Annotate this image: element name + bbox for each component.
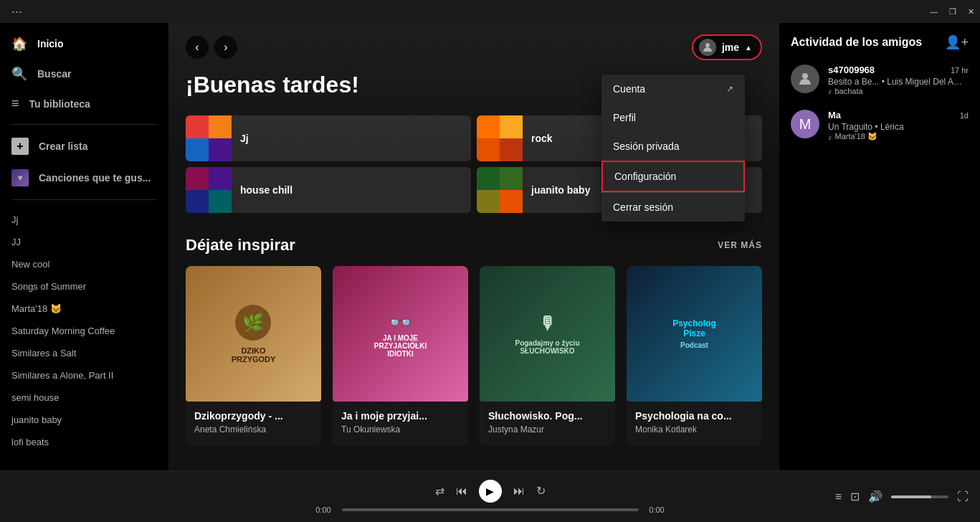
- fullscreen-button[interactable]: ⛶: [957, 490, 969, 503]
- svg-point-0: [705, 43, 710, 47]
- progress-bar[interactable]: [342, 508, 639, 511]
- dropdown-cuenta[interactable]: Cuenta ↗: [601, 75, 745, 103]
- sidebar-item-inicio[interactable]: 🏠 Inicio: [0, 29, 168, 59]
- user-menu-button[interactable]: jme ▲: [692, 34, 762, 60]
- friend-avatar-ma: M: [791, 110, 819, 138]
- friend-avatar-s47009968: [791, 65, 819, 93]
- sidebar-item-buscar[interactable]: 🔍 Buscar: [0, 59, 168, 89]
- inspire-grid: 🌿 DZIKOPRZYGODY Dzikoprzygody - ... Anet…: [186, 266, 762, 446]
- current-time: 0:00: [311, 506, 336, 514]
- dziko-thumbnail: 🌿 DZIKOPRZYGODY: [186, 266, 321, 402]
- playlist-item-1[interactable]: JJ: [0, 231, 168, 253]
- inspire-title: Déjate inspirar: [186, 236, 295, 255]
- volume-slider[interactable]: [891, 495, 948, 498]
- quick-pick-house-chill[interactable]: house chill ▶: [186, 167, 471, 213]
- liked-label: Canciones que te gus...: [39, 172, 151, 184]
- inspire-card-jamoje[interactable]: 👓 JA I MOJEPRZYJACIÓŁKIIDIOTKI Ja i moje…: [333, 266, 468, 446]
- jj-label: Jj: [232, 133, 257, 144]
- playlist-item-5[interactable]: Saturday Morning Coffee: [0, 320, 168, 342]
- dropdown-configuracion[interactable]: Configuración: [601, 161, 745, 192]
- search-icon: 🔍: [11, 66, 27, 82]
- playlist-item-7[interactable]: Similares a Alone, Part II: [0, 364, 168, 386]
- player-right: ≡ ⊡ 🔊 ⛶: [768, 490, 969, 503]
- devices-button[interactable]: ⊡: [850, 490, 860, 503]
- user-avatar: [699, 39, 716, 56]
- jamoje-subtitle: Tu Okuniewska: [333, 424, 468, 435]
- playlist-item-6[interactable]: Similares a Salt: [0, 342, 168, 364]
- maximize-button[interactable]: ❐: [949, 7, 956, 16]
- title-bar: ··· — ❐ ✕: [0, 0, 980, 23]
- dropdown-cerrar-sesion[interactable]: Cerrar sesión: [601, 193, 745, 222]
- back-button[interactable]: ‹: [186, 36, 209, 59]
- friend-name-row: s47009968 17 hr: [828, 65, 969, 75]
- playlist-item-3[interactable]: Songs of Summer: [0, 275, 168, 298]
- music-note-icon: ♪: [828, 87, 832, 95]
- perfil-label: Perfil: [613, 112, 636, 123]
- rock-label: rock: [523, 133, 561, 144]
- rock-thumbnail: [477, 115, 523, 161]
- minimize-button[interactable]: —: [930, 7, 938, 16]
- friend-item-s47009968: s47009968 17 hr Besito a Be... • Luis Mi…: [791, 65, 969, 95]
- progress-bar-container: 0:00 0:00: [311, 506, 670, 514]
- sidebar-item-biblioteca[interactable]: ≡ Tu biblioteca: [0, 89, 168, 118]
- psycholog-thumbnail: PsychologPisze Podcast: [627, 266, 762, 402]
- dropdown-perfil[interactable]: Perfil: [601, 103, 745, 132]
- friend-genre-ma: ♪ Marta'18 🐱: [828, 132, 969, 141]
- quick-pick-jj[interactable]: Jj ▶: [186, 115, 471, 161]
- close-button[interactable]: ✕: [968, 7, 974, 16]
- sesion-privada-label: Sesión privada: [613, 141, 680, 152]
- home-icon: 🏠: [11, 36, 27, 52]
- friend-item-ma: M Ma 1d Un Traguito • Lérica ♪ Marta'18 …: [791, 110, 969, 141]
- juanito-thumbnail: [477, 167, 523, 213]
- prev-button[interactable]: ⏮: [456, 485, 467, 498]
- sidebar-label-inicio: Inicio: [37, 38, 64, 49]
- dropdown-sesion-privada[interactable]: Sesión privada: [601, 132, 745, 161]
- sidebar: 🏠 Inicio 🔍 Buscar ≡ Tu biblioteca + Crea…: [0, 23, 168, 470]
- sidebar-liked-songs[interactable]: ♥ Canciones que te gus...: [0, 162, 168, 194]
- playlist-item-2[interactable]: New cool: [0, 253, 168, 275]
- volume-button[interactable]: 🔊: [868, 490, 883, 503]
- playlist-list: Jj JJ New cool Songs of Summer Marta'18 …: [0, 206, 168, 456]
- friend-track-ma: Un Traguito • Lérica: [828, 122, 969, 132]
- playlist-item-10[interactable]: lofi beats: [0, 431, 168, 453]
- forward-button[interactable]: ›: [214, 36, 237, 59]
- dziko-subtitle: Aneta Chmielińska: [186, 424, 321, 435]
- playlist-item-8[interactable]: semi house: [0, 386, 168, 409]
- inspire-card-dziko[interactable]: 🌿 DZIKOPRZYGODY Dzikoprzygody - ... Anet…: [186, 266, 321, 446]
- play-pause-button[interactable]: ▶: [479, 480, 502, 503]
- see-more-button[interactable]: VER MÁS: [718, 240, 762, 250]
- nav-arrows: ‹ ›: [186, 36, 237, 59]
- cerrar-sesion-label: Cerrar sesión: [613, 201, 673, 213]
- sidebar-create-playlist[interactable]: + Crear lista: [0, 130, 168, 162]
- house-chill-label: house chill: [232, 184, 301, 196]
- inspire-card-psycholog[interactable]: PsychologPisze Podcast Psychologia na co…: [627, 266, 762, 446]
- total-time: 0:00: [644, 506, 670, 514]
- friend-info-ma: Ma 1d Un Traguito • Lérica ♪ Marta'18 🐱: [828, 110, 969, 141]
- friend-ma-name-row: Ma 1d: [828, 110, 969, 120]
- sidebar-label-biblioteca: Tu biblioteca: [29, 98, 90, 110]
- repeat-button[interactable]: ↻: [536, 484, 546, 498]
- username-label: jme: [722, 42, 739, 53]
- house-thumbnail: [186, 167, 232, 213]
- inspire-card-sluchowisko[interactable]: 🎙 Pogadajmy o życiuSŁUCHOWISKO Słuchowis…: [480, 266, 615, 446]
- dropdown-menu: Cuenta ↗ Perfil Sesión privada Configura…: [601, 75, 745, 222]
- friend-genre-s47009968: ♪ bachata: [828, 87, 969, 95]
- psycholog-subtitle: Monika Kotlarek: [627, 424, 762, 435]
- jamoje-thumbnail: 👓 JA I MOJEPRZYJACIÓŁKIIDIOTKI: [333, 266, 468, 402]
- dots-menu[interactable]: ···: [11, 4, 22, 19]
- add-friend-icon[interactable]: 👤+: [945, 34, 969, 50]
- right-panel: Actividad de los amigos 👤+ s47009968 17 …: [779, 23, 980, 470]
- playlist-item-4[interactable]: Marta'18 🐱: [0, 298, 168, 320]
- dziko-title: Dzikoprzygody - ...: [186, 410, 321, 422]
- player-center: ⇄ ⏮ ▶ ⏭ ↻ 0:00 0:00: [224, 480, 756, 514]
- queue-button[interactable]: ≡: [835, 490, 842, 503]
- svg-point-1: [802, 73, 808, 79]
- main-content: ‹ › jme ▲ Cuenta: [168, 23, 779, 470]
- sluchowisko-thumbnail: 🎙 Pogadajmy o życiuSŁUCHOWISKO: [480, 266, 615, 402]
- playlist-item-9[interactable]: juanito baby: [0, 409, 168, 431]
- next-button[interactable]: ⏭: [513, 485, 525, 498]
- shuffle-button[interactable]: ⇄: [435, 484, 444, 498]
- friend-time-ma: 1d: [960, 111, 969, 120]
- playlist-item-0[interactable]: Jj: [0, 209, 168, 231]
- friends-title: Actividad de los amigos: [791, 36, 922, 49]
